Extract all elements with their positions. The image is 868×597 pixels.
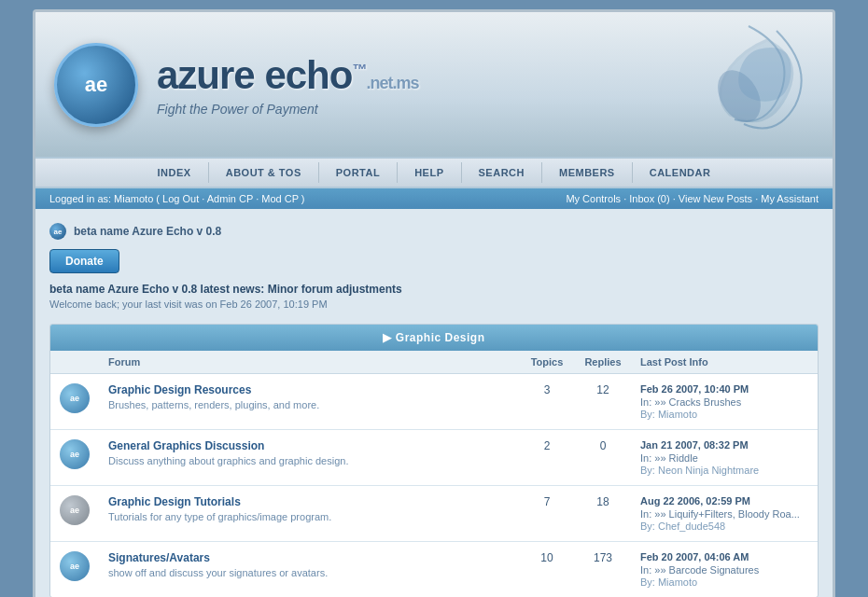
lastpost-by: By: Miamoto bbox=[640, 409, 808, 420]
forum-desc: Discuss anything about graphics and grap… bbox=[108, 455, 510, 466]
nav-members[interactable]: MEMBERS bbox=[542, 162, 633, 183]
table-row: ae General Graphics Discussion Discuss a… bbox=[50, 430, 818, 486]
header-swirl-decoration bbox=[693, 21, 814, 143]
status-bar: Logged in as: Miamoto ( Log Out · Admin … bbox=[35, 188, 833, 209]
forum-icon-cell: ae bbox=[50, 430, 99, 486]
lastpost-by: By: Neon Ninja Nightmare bbox=[640, 465, 808, 476]
replies-count: 18 bbox=[575, 486, 631, 542]
forum-name[interactable]: Graphic Design Tutorials bbox=[108, 495, 510, 508]
site-logo: ae bbox=[54, 43, 138, 127]
site-header: ae azure echo™.net.ms Fight the Power of… bbox=[35, 12, 833, 157]
forum-section: Graphic Design Forum Topics Replies Last… bbox=[49, 324, 819, 597]
forum-name[interactable]: General Graphics Discussion bbox=[108, 439, 510, 452]
beta-header: ae beta name Azure Echo v 0.8 bbox=[49, 223, 819, 240]
forum-info-cell: Signatures/Avatars show off and discuss … bbox=[99, 542, 519, 598]
lastpost-date: Jan 21 2007, 08:32 PM bbox=[640, 439, 808, 451]
donate-button[interactable]: Donate bbox=[49, 249, 119, 273]
forum-icon-cell: ae bbox=[50, 374, 99, 430]
nav-bar: INDEX ABOUT & TOS PORTAL HELP SEARCH MEM… bbox=[35, 157, 833, 188]
lastpost-in: In: »» Cracks Brushes bbox=[640, 396, 808, 408]
lastpost-info: Feb 20 2007, 04:06 AM In: »» Barcode Sig… bbox=[631, 542, 818, 598]
main-frame: ae azure echo™.net.ms Fight the Power of… bbox=[33, 9, 835, 597]
table-row: ae Graphic Design Tutorials Tutorials fo… bbox=[50, 486, 818, 542]
forum-desc: Tutorials for any type of graphics/image… bbox=[108, 511, 510, 522]
forum-icon: ae bbox=[60, 551, 90, 581]
table-row: ae Signatures/Avatars show off and discu… bbox=[50, 542, 818, 598]
table-row: ae Graphic Design Resources Brushes, pat… bbox=[50, 374, 818, 430]
lastpost-in: In: »» Barcode Signatures bbox=[640, 564, 808, 576]
nav-help[interactable]: HELP bbox=[398, 162, 461, 183]
forum-rows: ae Graphic Design Resources Brushes, pat… bbox=[50, 374, 818, 598]
topics-count: 3 bbox=[519, 374, 575, 430]
news-title: beta name Azure Echo v 0.8 latest news: … bbox=[49, 283, 819, 296]
status-right: My Controls · Inbox (0) · View New Posts… bbox=[566, 193, 819, 204]
forum-table: Forum Topics Replies Last Post Info ae G… bbox=[50, 351, 818, 597]
trademark: ™ bbox=[352, 62, 366, 77]
forum-icon-cell: ae bbox=[50, 486, 99, 542]
col-topics: Topics bbox=[519, 351, 575, 374]
table-headers: Forum Topics Replies Last Post Info bbox=[50, 351, 818, 374]
lastpost-by: By: Chef_dude548 bbox=[640, 521, 808, 532]
forum-desc: show off and discuss your signatures or … bbox=[108, 567, 510, 578]
nav-index[interactable]: INDEX bbox=[141, 162, 209, 183]
lastpost-date: Feb 20 2007, 04:06 AM bbox=[640, 551, 808, 562]
forum-info-cell: Graphic Design Tutorials Tutorials for a… bbox=[99, 486, 519, 542]
col-forum: Forum bbox=[99, 351, 519, 374]
forum-info-cell: General Graphics Discussion Discuss anyt… bbox=[99, 430, 519, 486]
forum-desc: Brushes, patterns, renders, plugins, and… bbox=[108, 399, 510, 410]
lastpost-date: Aug 22 2006, 02:59 PM bbox=[640, 495, 808, 507]
nav-search[interactable]: SEARCH bbox=[462, 162, 542, 183]
col-replies: Replies bbox=[575, 351, 631, 374]
topics-count: 7 bbox=[519, 486, 575, 542]
section-header: Graphic Design bbox=[50, 325, 818, 351]
nav-portal[interactable]: PORTAL bbox=[319, 162, 398, 183]
beta-label: beta name Azure Echo v 0.8 bbox=[74, 225, 221, 238]
lastpost-date: Feb 26 2007, 10:40 PM bbox=[640, 383, 808, 395]
nav-about[interactable]: ABOUT & TOS bbox=[209, 162, 319, 183]
beta-icon: ae bbox=[49, 223, 66, 240]
forum-icon: ae bbox=[60, 383, 90, 413]
replies-count: 0 bbox=[575, 430, 631, 486]
col-icon bbox=[50, 351, 99, 374]
lastpost-info: Jan 21 2007, 08:32 PM In: »» Riddle By: … bbox=[631, 430, 818, 486]
domain: .net.ms bbox=[366, 74, 418, 92]
news-sub: Welcome back; your last visit was on Feb… bbox=[49, 298, 819, 310]
replies-count: 12 bbox=[575, 374, 631, 430]
forum-icon-cell: ae bbox=[50, 542, 99, 598]
forum-name[interactable]: Graphic Design Resources bbox=[108, 383, 510, 396]
forum-name[interactable]: Signatures/Avatars bbox=[108, 551, 510, 564]
replies-count: 173 bbox=[575, 542, 631, 598]
lastpost-info: Feb 26 2007, 10:40 PM In: »» Cracks Brus… bbox=[631, 374, 818, 430]
forum-icon: ae bbox=[60, 495, 90, 525]
topics-count: 10 bbox=[519, 542, 575, 598]
nav-calendar[interactable]: CALENDAR bbox=[633, 162, 728, 183]
topics-count: 2 bbox=[519, 430, 575, 486]
forum-info-cell: Graphic Design Resources Brushes, patter… bbox=[99, 374, 519, 430]
col-lastpost: Last Post Info bbox=[631, 351, 818, 374]
lastpost-in: In: »» Liquify+Filters, Bloody Roa... bbox=[640, 508, 808, 520]
forum-icon: ae bbox=[60, 439, 90, 469]
content-area: ae beta name Azure Echo v 0.8 Donate bet… bbox=[35, 209, 833, 597]
status-left: Logged in as: Miamoto ( Log Out · Admin … bbox=[49, 193, 305, 204]
lastpost-info: Aug 22 2006, 02:59 PM In: »» Liquify+Fil… bbox=[631, 486, 818, 542]
lastpost-in: In: »» Riddle bbox=[640, 452, 808, 464]
lastpost-by: By: Miamoto bbox=[640, 576, 808, 588]
